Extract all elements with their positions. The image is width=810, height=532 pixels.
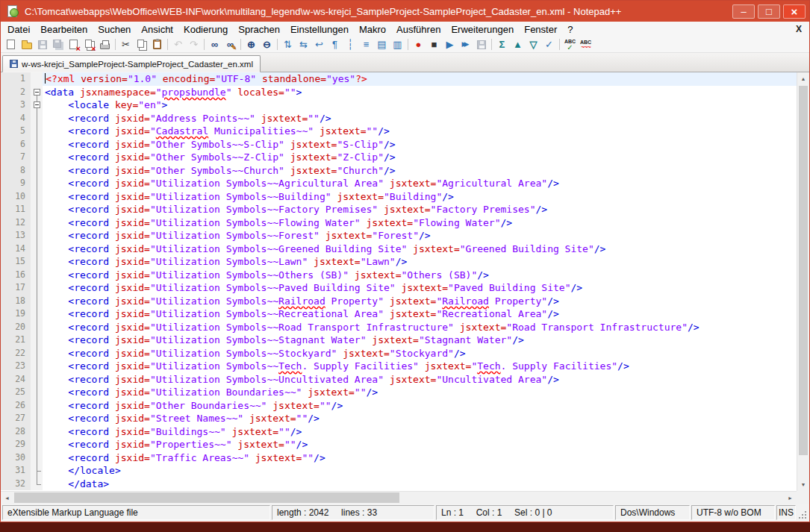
horizontal-scroll-thumb[interactable] [14,492,399,503]
new-file-button[interactable] [3,37,19,52]
code-line-21[interactable]: 21 <record jsxid="Utilization Symbols~~S… [1,334,797,347]
menu-item-fenster[interactable]: Fenster [519,23,562,36]
plugin-validate-button[interactable]: ✓ [541,37,557,52]
menu-item-erweiterungen[interactable]: Erweiterungen [446,23,519,36]
doc-switcher-icon: ▥ [393,40,402,49]
close-all-button[interactable] [81,37,97,52]
title-bar[interactable]: C:\Tomcat\webapps\WebOffice\WEB-INF\work… [1,1,809,22]
menu-item-ansicht[interactable]: Ansicht [136,23,178,36]
auto-spell-check-button[interactable] [578,37,594,52]
tab-cadaster-xml[interactable]: w-ws-krejci_SampleProject-SampleProject_… [2,55,261,72]
code-line-28[interactable]: 28 <record jsxid="Buildings~~" jsxtext="… [1,425,797,439]
code-line-2[interactable]: 2<data jsxnamespace="propsbundle" locale… [1,86,797,99]
vertical-scroll-track[interactable] [797,85,809,478]
menu-item-einstellungen[interactable]: Einstellungen [285,23,354,36]
code-line-18[interactable]: 18 <record jsxid="Utilization Symbols~~R… [1,295,797,308]
close-button[interactable] [66,37,81,52]
code-line-30[interactable]: 30 <record jsxid="Traffic Areas~~" jsxte… [1,451,797,465]
code-line-14[interactable]: 14 <record jsxid="Utilization Symbols~~G… [1,242,797,256]
code-line-19[interactable]: 19 <record jsxid="Utilization Symbols~~R… [1,307,797,321]
code-line-12[interactable]: 12 <record jsxid="Utilization Symbols~~F… [1,216,797,230]
zoom-in-button[interactable]: ⊕ [243,37,259,52]
code-line-27[interactable]: 27 <record jsxid="Street Names~~" jsxtex… [1,412,797,425]
horizontal-scroll-track[interactable] [13,492,784,504]
document-close-button[interactable]: X [790,24,808,34]
replace-button[interactable]: ∞ [222,37,238,52]
menu-item-sprachen[interactable]: Sprachen [233,23,285,36]
redo-button[interactable]: ↷ [186,37,202,52]
sync-vertical-scrolling-button[interactable]: ⇅ [280,37,296,52]
code-line-4[interactable]: 4 <record jsxid="Address Points~~" jsxte… [1,112,797,125]
scroll-right-arrow[interactable]: ► [784,492,797,504]
vertical-scroll-thumb[interactable] [799,86,808,455]
code-line-17[interactable]: 17 <record jsxid="Utilization Symbols~~P… [1,281,797,295]
open-file-button[interactable] [19,37,34,52]
document-map-button[interactable]: ▤ [374,37,390,52]
scroll-down-arrow[interactable]: ▼ [797,478,809,491]
macro-play-button[interactable]: ▶ [442,37,458,52]
code-line-7[interactable]: 7 <record jsxid="Other Symbols~~Z-Clip" … [1,151,797,164]
code-line-9[interactable]: 9 <record jsxid="Utilization Symbols~~Ag… [1,177,797,190]
scroll-up-arrow[interactable]: ▲ [797,72,809,85]
word-wrap-button[interactable]: ↩ [311,37,327,52]
menu-item-bearbeiten[interactable]: Bearbeiten [35,23,93,36]
function-list-button[interactable]: ≡ [358,37,374,52]
code-line-1[interactable]: 1<?xml version="1.0" encoding="UTF-8" st… [1,72,797,86]
code-line-6[interactable]: 6 <record jsxid="Other Symbols~~S-Clip" … [1,138,797,151]
fold-collapse-button[interactable] [34,101,40,108]
cut-button[interactable]: ✂ [118,37,134,52]
code-line-10[interactable]: 10 <record jsxid="Utilization Symbols~~B… [1,190,797,204]
code-line-13[interactable]: 13 <record jsxid="Utilization Symbols~~F… [1,229,797,242]
save-button[interactable] [34,37,50,52]
macro-stop-button[interactable]: ■ [426,37,442,52]
show-all-characters-button[interactable]: ¶ [327,37,343,52]
scroll-left-arrow[interactable]: ◄ [1,492,13,504]
code-line-20[interactable]: 20 <record jsxid="Utilization Symbols~~R… [1,321,797,334]
text-editor[interactable]: 1<?xml version="1.0" encoding="UTF-8" st… [1,72,797,491]
code-line-24[interactable]: 24 <record jsxid="Utilization Symbols~~U… [1,373,797,387]
code-line-11[interactable]: 11 <record jsxid="Utilization Symbols~~F… [1,203,797,216]
close-button[interactable]: × [783,4,806,19]
paste-button[interactable] [149,37,165,52]
code-line-3[interactable]: 3 <locale key="en"> [1,98,797,112]
vertical-scrollbar[interactable]: ▲ ▼ [797,72,809,491]
code-line-32[interactable]: 32 </data> [1,478,797,491]
horizontal-scrollbar[interactable]: ◄ ► [1,491,797,504]
macro-run-multiple-button[interactable]: ▶▶ [458,37,473,52]
minimize-button[interactable]: – [732,4,755,19]
doc-switcher-button[interactable]: ▥ [390,37,405,52]
menu-item-makro[interactable]: Makro [354,23,391,36]
code-line-16[interactable]: 16 <record jsxid="Utilization Symbols~~O… [1,269,797,282]
code-line-23[interactable]: 23 <record jsxid="Utilization Symbols~~T… [1,360,797,373]
code-line-31[interactable]: 31 </locale> [1,464,797,478]
menu-item-kodierung[interactable]: Kodierung [178,23,233,36]
fold-collapse-button[interactable] [34,89,40,96]
code-line-5[interactable]: 5 <record jsxid="Cadastral Municipalitie… [1,125,797,138]
spell-check-button[interactable] [562,37,578,52]
menu-item-help[interactable]: ? [562,23,578,36]
plugin-collapse-all-button[interactable]: ▽ [526,37,541,52]
menu-item-ausführen[interactable]: Ausführen [391,23,446,36]
maximize-button[interactable]: □ [758,4,780,19]
print-button[interactable] [97,37,113,52]
zoom-out-button[interactable]: ⊖ [259,37,275,52]
save-all-button[interactable] [50,37,66,52]
code-line-15[interactable]: 15 <record jsxid="Utilization Symbols~~L… [1,255,797,269]
code-line-8[interactable]: 8 <record jsxid="Other Symbols~~Church" … [1,164,797,178]
plugin-expand-all-button[interactable]: ▲ [510,37,526,52]
macro-save-button[interactable] [473,37,489,52]
copy-button[interactable] [134,37,149,52]
code-line-22[interactable]: 22 <record jsxid="Utilization Symbols~~S… [1,347,797,360]
code-line-25[interactable]: 25 <record jsxid="Utilization Boundaries… [1,386,797,399]
macro-record-button[interactable]: ● [411,37,426,52]
code-line-29[interactable]: 29 <record jsxid="Properties~~" jsxtext=… [1,438,797,451]
resize-grip[interactable] [797,505,808,520]
find-button[interactable]: ∞ [207,37,222,52]
code-line-26[interactable]: 26 <record jsxid="Other Boundaries~~" js… [1,399,797,413]
menu-item-suchen[interactable]: Suchen [93,23,136,36]
show-indent-guide-button[interactable]: ┆ [343,37,358,52]
sync-horizontal-scrolling-button[interactable]: ⇆ [296,37,311,52]
menu-item-datei[interactable]: Datei [2,23,35,36]
undo-button[interactable]: ↶ [170,37,186,52]
plugin-sum-button[interactable]: Σ [494,37,510,52]
